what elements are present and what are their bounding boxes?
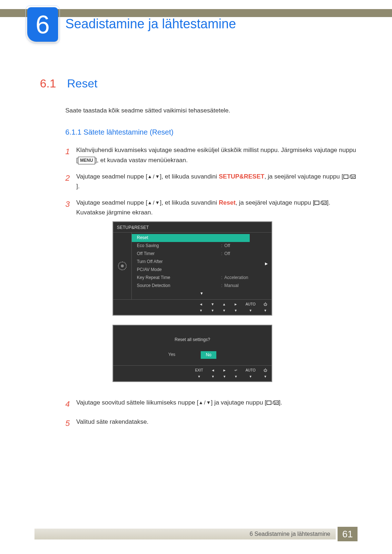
step-4: 4 Vajutage soovitud sättele liikumiseks … <box>65 398 358 410</box>
page-content: 6.1 Reset Saate taastada kõik seadme sät… <box>0 40 392 430</box>
reset-highlight: Reset <box>219 199 236 206</box>
svg-text:/: / <box>349 174 351 179</box>
step-1: 1 Klahvijuhendi kuvamiseks vajutage sead… <box>65 145 358 165</box>
page-footer: 6 Seadistamine ja lähtestamine 61 <box>0 527 392 541</box>
menu-button-icon: MENU <box>78 157 95 164</box>
svg-text:/: / <box>320 200 322 205</box>
osd-screenshots: SETUP&RESET Reset Eco Saving:Off Off Tim… <box>113 221 358 382</box>
subsection-title: Sätete lähtestamine (Reset) <box>83 128 173 136</box>
enter-icon: / <box>343 174 356 179</box>
up-triangle-icon: ▲ <box>147 173 152 181</box>
setup-reset-highlight: SETUP&RESET <box>219 173 265 180</box>
svg-rect-0 <box>344 175 348 178</box>
osd-setup-reset: SETUP&RESET Reset Eco Saving:Off Off Tim… <box>113 221 272 316</box>
osd-footer: EXIT▼ ◄▼ ►▼ ↵▼ AUTO▼ ⏻▼ <box>113 365 271 381</box>
svg-rect-6 <box>267 401 271 405</box>
footer-bar: 6 Seadistamine ja lähtestamine <box>34 529 336 539</box>
osd-item: PC/AV Mode <box>132 266 271 274</box>
page-number: 61 <box>342 529 353 540</box>
chevron-down-icon: ▼ <box>132 290 271 298</box>
osd-item: Key Repeat Time:Acceleration <box>132 274 271 282</box>
section-intro: Saate taastada kõik seadme sätted vaikim… <box>65 106 358 115</box>
down-triangle-icon: ▼ <box>206 399 211 407</box>
footer-text: 6 Seadistamine ja lähtestamine <box>250 531 330 537</box>
svg-rect-5 <box>322 201 326 205</box>
osd-item: Turn Off After <box>132 258 271 266</box>
step-5: 5 Valitud säte rakendatakse. <box>65 417 358 430</box>
steps-list: 1 Klahvijuhendi kuvamiseks vajutage sead… <box>65 145 358 430</box>
subsection-number: 6.1.1 <box>65 128 81 136</box>
subsection-heading: 6.1.1 Sätete lähtestamine (Reset) <box>65 126 358 138</box>
osd-confirm-text: Reset all settings? <box>113 336 271 343</box>
up-triangle-icon: ▲ <box>199 399 203 407</box>
gear-icon <box>118 262 127 270</box>
section-heading: 6.1 Reset <box>40 74 358 93</box>
svg-rect-2 <box>351 175 355 178</box>
osd-no-option: No <box>201 351 216 359</box>
osd-item: Source Detection:Manual <box>132 282 271 290</box>
chapter-title: Seadistamine ja lähtestamine <box>65 16 236 32</box>
page-number-badge: 61 <box>338 527 358 541</box>
svg-rect-3 <box>315 201 319 205</box>
down-triangle-icon: ▼ <box>155 173 160 181</box>
step-3: 3 Vajutage seadmel nuppe [▲/▼], et liiku… <box>65 198 358 391</box>
chevron-right-icon: ▶ <box>265 261 268 267</box>
osd-item: Off Timer:Off <box>132 250 271 258</box>
osd-item-reset: Reset <box>132 234 250 242</box>
section-number: 6.1 <box>40 74 65 93</box>
up-triangle-icon: ▲ <box>147 199 152 207</box>
chapter-number-badge: 6 <box>27 7 58 42</box>
osd-confirm-reset: Reset all settings? Yes No EXIT▼ ◄▼ ►▼ ↵… <box>113 325 272 382</box>
svg-text:/: / <box>272 400 274 405</box>
enter-icon: / <box>266 400 279 405</box>
page-header: 6 Seadistamine ja lähtestamine <box>0 0 392 40</box>
enter-icon: / <box>314 200 327 205</box>
osd-yes-option: Yes <box>168 351 176 359</box>
down-triangle-icon: ▼ <box>155 199 160 207</box>
svg-rect-8 <box>274 401 278 405</box>
osd-item: Eco Saving:Off <box>132 242 271 250</box>
step-2: 2 Vajutage seadmel nuppe [▲/▼], et liiku… <box>65 172 358 191</box>
osd-menu: Reset Eco Saving:Off Off Timer:Off Turn … <box>131 233 271 299</box>
osd-footer: ◄▼ ▼▼ ▲▼ ►▼ AUTO▼ ⏻▼ <box>113 299 271 315</box>
section-title: Reset <box>67 77 98 90</box>
chapter-number: 6 <box>36 10 50 39</box>
osd-title: SETUP&RESET <box>113 222 271 233</box>
